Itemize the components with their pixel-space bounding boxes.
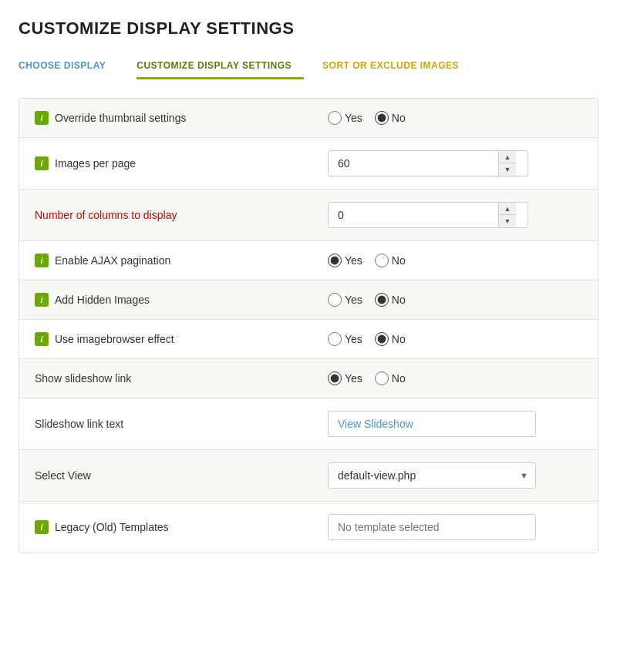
override-thumbnail-control: Yes No	[328, 111, 582, 125]
ajax-pagination-radio-group: Yes No	[328, 254, 412, 267]
images-per-page-decrement[interactable]: ▼	[499, 163, 516, 176]
slideshow-link-text-input[interactable]	[328, 411, 536, 437]
hidden-images-no-radio[interactable]	[375, 293, 389, 307]
nav-tabs: CHOOSE DISPLAY CUSTOMIZE DISPLAY SETTING…	[19, 54, 598, 79]
override-thumbnail-yes-label[interactable]: Yes	[345, 112, 362, 124]
setting-row-images-per-page: i Images per page ▲ ▼	[19, 138, 598, 190]
override-thumbnail-no-option: No	[375, 111, 406, 125]
ajax-pagination-yes-radio[interactable]	[328, 254, 342, 267]
setting-row-override-thumbnail: i Override thumbnail settings Yes No	[19, 99, 598, 138]
hidden-images-yes-label[interactable]: Yes	[345, 294, 362, 306]
slideshow-link-text-control	[328, 411, 582, 437]
legacy-templates-input-wrapper	[328, 514, 536, 540]
columns-input-wrapper: ▲ ▼	[328, 202, 528, 228]
tab-customize-display-settings[interactable]: CUSTOMIZE DISPLAY SETTINGS	[137, 54, 304, 79]
settings-container: i Override thumbnail settings Yes No	[19, 98, 598, 553]
override-thumbnail-yes-radio[interactable]	[328, 111, 342, 125]
slideshow-link-label: Show slideshow link	[35, 372, 328, 385]
imagebrowser-effect-control: Yes No	[328, 332, 582, 346]
images-per-page-label: i Images per page	[35, 156, 328, 170]
override-thumbnail-no-label[interactable]: No	[392, 112, 406, 124]
setting-row-slideshow-link-text: Slideshow link text	[19, 398, 598, 450]
imagebrowser-effect-yes-option: Yes	[328, 332, 362, 346]
columns-decrement[interactable]: ▼	[499, 215, 516, 227]
hidden-images-no-label[interactable]: No	[392, 294, 406, 306]
slideshow-link-yes-label[interactable]: Yes	[345, 372, 362, 385]
ajax-pagination-control: Yes No	[328, 254, 582, 267]
select-view-wrapper: default-view.php	[328, 462, 536, 489]
columns-label: Number of columns to display	[35, 209, 328, 221]
info-icon-images-per-page: i	[35, 156, 49, 170]
slideshow-link-text-input-wrapper	[328, 411, 536, 437]
page-title: CUSTOMIZE DISPLAY SETTINGS	[19, 18, 598, 39]
columns-input[interactable]	[329, 203, 498, 227]
select-view-dropdown[interactable]: default-view.php	[328, 462, 536, 489]
hidden-images-radio-group: Yes No	[328, 293, 412, 307]
page-wrapper: CUSTOMIZE DISPLAY SETTINGS CHOOSE DISPLA…	[0, 0, 617, 572]
imagebrowser-effect-yes-radio[interactable]	[328, 332, 342, 346]
tab-choose-display[interactable]: CHOOSE DISPLAY	[19, 54, 118, 79]
ajax-pagination-label: i Enable AJAX pagination	[35, 254, 328, 267]
setting-row-select-view: Select View default-view.php	[19, 450, 598, 502]
override-thumbnail-no-radio[interactable]	[375, 111, 389, 125]
images-per-page-increment[interactable]: ▲	[499, 151, 516, 163]
images-per-page-input[interactable]	[329, 151, 498, 176]
slideshow-link-control: Yes No	[328, 371, 582, 385]
slideshow-link-no-option: No	[375, 371, 406, 385]
hidden-images-label: i Add Hidden Images	[35, 293, 328, 307]
setting-row-ajax-pagination: i Enable AJAX pagination Yes No	[19, 241, 598, 281]
setting-row-imagebrowser-effect: i Use imagebrowser effect Yes No	[19, 320, 598, 359]
columns-control: ▲ ▼	[328, 202, 582, 228]
images-per-page-spinner: ▲ ▼	[498, 151, 516, 176]
override-thumbnail-yes-option: Yes	[328, 111, 362, 125]
setting-row-hidden-images: i Add Hidden Images Yes No	[19, 281, 598, 320]
info-icon-hidden-images: i	[35, 293, 49, 307]
images-per-page-input-wrapper: ▲ ▼	[328, 150, 528, 176]
hidden-images-no-option: No	[375, 293, 406, 307]
ajax-pagination-no-option: No	[375, 254, 406, 267]
imagebrowser-effect-no-label[interactable]: No	[392, 333, 406, 345]
slideshow-link-no-label[interactable]: No	[392, 372, 406, 385]
slideshow-link-yes-radio[interactable]	[328, 371, 342, 385]
hidden-images-control: Yes No	[328, 293, 582, 307]
imagebrowser-effect-no-option: No	[375, 332, 406, 346]
images-per-page-control: ▲ ▼	[328, 150, 582, 176]
select-view-label: Select View	[35, 469, 328, 482]
ajax-pagination-no-label[interactable]: No	[392, 254, 406, 267]
ajax-pagination-yes-label[interactable]: Yes	[345, 254, 362, 267]
info-icon-imagebrowser-effect: i	[35, 332, 49, 346]
hidden-images-yes-option: Yes	[328, 293, 362, 307]
legacy-templates-label: i Legacy (Old) Templates	[35, 520, 328, 534]
slideshow-link-yes-option: Yes	[328, 371, 362, 385]
legacy-templates-input[interactable]	[328, 514, 536, 540]
info-icon-override-thumbnail: i	[35, 111, 49, 125]
slideshow-link-text-label: Slideshow link text	[35, 418, 328, 430]
tab-sort-or-exclude-images[interactable]: SORT OR EXCLUDE IMAGES	[322, 54, 471, 79]
setting-row-slideshow-link: Show slideshow link Yes No	[19, 359, 598, 398]
override-thumbnail-label: i Override thumbnail settings	[35, 111, 328, 125]
legacy-templates-control	[328, 514, 582, 540]
select-view-control: default-view.php	[328, 462, 582, 489]
columns-spinner: ▲ ▼	[498, 203, 516, 227]
imagebrowser-effect-radio-group: Yes No	[328, 332, 412, 346]
setting-row-legacy-templates: i Legacy (Old) Templates	[19, 502, 598, 553]
columns-increment[interactable]: ▲	[499, 203, 516, 215]
slideshow-link-no-radio[interactable]	[375, 371, 389, 385]
imagebrowser-effect-no-radio[interactable]	[375, 332, 389, 346]
info-icon-legacy-templates: i	[35, 520, 49, 534]
imagebrowser-effect-label: i Use imagebrowser effect	[35, 332, 328, 346]
setting-row-columns: Number of columns to display ▲ ▼	[19, 190, 598, 241]
slideshow-link-radio-group: Yes No	[328, 371, 412, 385]
override-thumbnail-radio-group: Yes No	[328, 111, 412, 125]
imagebrowser-effect-yes-label[interactable]: Yes	[345, 333, 362, 345]
info-icon-ajax-pagination: i	[35, 254, 49, 267]
ajax-pagination-yes-option: Yes	[328, 254, 362, 267]
hidden-images-yes-radio[interactable]	[328, 293, 342, 307]
ajax-pagination-no-radio[interactable]	[375, 254, 389, 267]
